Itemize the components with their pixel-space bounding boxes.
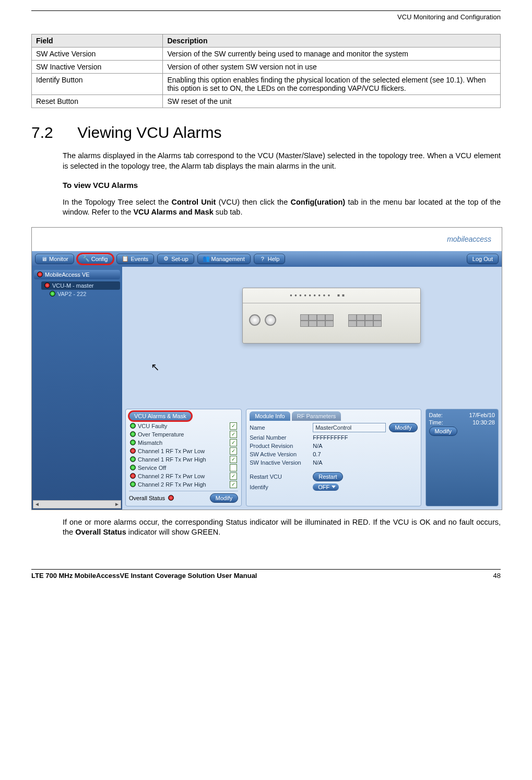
table-row: SW Inactive Version Version of other sys… (32, 61, 501, 74)
menu-help[interactable]: ? Help (254, 254, 286, 264)
menu-label: Help (268, 256, 280, 262)
field-label: Product Revision (250, 443, 310, 449)
date-value: 17/Feb/10 (469, 412, 495, 418)
scroll-left-icon[interactable]: ◄ (34, 501, 40, 507)
identify-value: OFF (318, 484, 329, 490)
field-value: N/A (313, 443, 381, 449)
app-screenshot: mobileaccess 🖥 Monitor 🔧 Config 📋 Events… (31, 227, 502, 510)
alarm-label: Channel 2 RF Tx Pwr High (138, 481, 206, 488)
alarm-label: Channel 1 RF Tx Pwr High (138, 456, 206, 463)
tab-module-info[interactable]: Module Info (250, 411, 290, 421)
restart-button[interactable]: Restart (313, 472, 342, 481)
table-row: Identify Button Enabling this option ena… (32, 74, 501, 95)
status-led-icon (44, 282, 50, 288)
connector-icon (249, 314, 261, 326)
menu-monitor[interactable]: 🖥 Monitor (35, 254, 74, 264)
section-number: 7.2 (31, 124, 73, 141)
table-row: SW Active Version Version of the SW curr… (32, 48, 501, 61)
scroll-right-icon[interactable]: ► (114, 501, 120, 507)
alarm-mask-checkbox[interactable]: ✓ (230, 431, 237, 438)
text-fragment-bold: VCU Alarms and Mask (133, 208, 213, 216)
desc-cell: SW reset of the unit (163, 95, 501, 108)
logo-bar: mobileaccess (32, 228, 502, 251)
module-sw-inactive-row: SW Inactive Version N/A (250, 458, 417, 467)
field-label: Identify (250, 484, 310, 490)
menu-setup[interactable]: ⚙ Set-up (157, 254, 194, 264)
date-label: Date: (429, 412, 443, 418)
port-group (348, 314, 381, 326)
tree-root[interactable]: MobileAccess VE (34, 270, 120, 279)
alarm-mask-checkbox[interactable] (230, 464, 237, 471)
status-led-icon (130, 465, 136, 470)
menu-label: Log Out (472, 256, 493, 262)
status-led-icon (168, 495, 174, 501)
subheading: To view VCU Alarms (63, 181, 501, 190)
modify-button[interactable]: Modify (210, 493, 238, 503)
time-label: Time: (429, 419, 443, 426)
status-led-icon (130, 431, 136, 437)
alarm-row: Service Off (129, 464, 238, 472)
alarm-label: Channel 1 RF Tx Pwr Low (138, 448, 205, 454)
overall-status-label: Overall Status (129, 495, 165, 501)
menu-label: Events (131, 256, 148, 262)
desc-cell: Enabling this option enables finding the… (163, 74, 501, 95)
alarm-row: VCU Faulty✓ (129, 422, 238, 430)
alarm-row: Channel 1 RF Tx Pwr Low✓ (129, 447, 238, 455)
module-name-row: Name Modify (250, 422, 417, 433)
menu-events[interactable]: 📋 Events (116, 254, 154, 264)
modify-button[interactable]: Modify (429, 427, 457, 436)
menu-logout[interactable]: Log Out (467, 254, 499, 264)
field-description-table: Field Description SW Active Version Vers… (31, 34, 501, 108)
field-label: Serial Number (250, 434, 310, 441)
field-label: Restart VCU (250, 474, 310, 480)
module-name-input[interactable] (313, 423, 386, 432)
field-cell: SW Active Version (32, 48, 163, 61)
alarm-mask-checkbox[interactable]: ✓ (230, 447, 237, 455)
table-head-description: Description (163, 34, 501, 48)
field-value: 0.7 (313, 451, 381, 457)
gear-icon: ⚙ (163, 256, 169, 262)
time-value: 10:30:28 (472, 419, 495, 426)
desc-cell: Version of the SW currently being used t… (163, 48, 501, 61)
tab-rf-parameters[interactable]: RF Parameters (292, 411, 341, 421)
alarm-mask-checkbox[interactable]: ✓ (230, 481, 237, 488)
module-info-panel: Module Info RF Parameters Name Modify Se… (246, 409, 421, 506)
tree-node-vap[interactable]: VAP2 - 222 (50, 291, 120, 297)
text-fragment-bold: Overall Status (75, 528, 126, 536)
alarm-row: Channel 1 RF Tx Pwr High✓ (129, 455, 238, 464)
menu-config[interactable]: 🔧 Config (77, 254, 114, 264)
date-row: Date: 17/Feb/10 (429, 411, 495, 419)
tree-node-label: VAP2 - 222 (57, 291, 86, 297)
tree-node-vcu[interactable]: VCU-M - master (41, 281, 120, 290)
connector-icon (265, 314, 276, 326)
alarm-mask-checkbox[interactable]: ✓ (230, 456, 237, 463)
modify-button[interactable]: Modify (389, 423, 417, 432)
identify-dropdown[interactable]: OFF (313, 483, 339, 491)
alarm-mask-checkbox[interactable]: ✓ (230, 439, 237, 446)
status-led-icon (130, 481, 136, 487)
port-group (300, 314, 333, 326)
list-icon: 📋 (122, 256, 128, 262)
alarms-list: VCU Faulty✓Over Temperature✓Mismatch✓Cha… (129, 422, 238, 489)
section-heading: 7.2 Viewing VCU Alarms (31, 124, 501, 141)
tab-vcu-alarms[interactable]: VCU Alarms & Mask (129, 411, 192, 421)
module-sw-active-row: SW Active Version 0.7 (250, 450, 417, 458)
alarm-row: Over Temperature✓ (129, 430, 238, 439)
menu-bar: 🖥 Monitor 🔧 Config 📋 Events ⚙ Set-up 👥 M… (32, 251, 502, 267)
menu-management[interactable]: 👥 Management (197, 254, 251, 264)
section-para-1: The alarms displayed in the Alarms tab c… (63, 151, 501, 171)
footer-title: LTE 700 MHz MobileAccessVE Instant Cover… (31, 572, 257, 580)
text-fragment: indicator will show GREEN. (126, 528, 221, 536)
status-led-icon (130, 456, 136, 462)
alarm-mask-checkbox[interactable]: ✓ (230, 422, 237, 430)
alarm-label: Channel 2 RF Tx Pwr Low (138, 473, 205, 479)
sidebar-scrollbar[interactable]: ◄ ► (33, 500, 121, 509)
text-fragment: sub tab. (214, 208, 243, 216)
alarm-label: VCU Faulty (138, 423, 167, 429)
alarm-mask-checkbox[interactable]: ✓ (230, 472, 237, 480)
module-restart-row: Restart VCU Restart (250, 471, 417, 482)
header-rule (31, 10, 501, 11)
text-fragment: In the Topology Tree select the (63, 198, 171, 206)
menu-label: Management (211, 256, 245, 262)
device-image: ● ● ● ● ● ● ● ● ● ■ ■ (242, 288, 421, 344)
